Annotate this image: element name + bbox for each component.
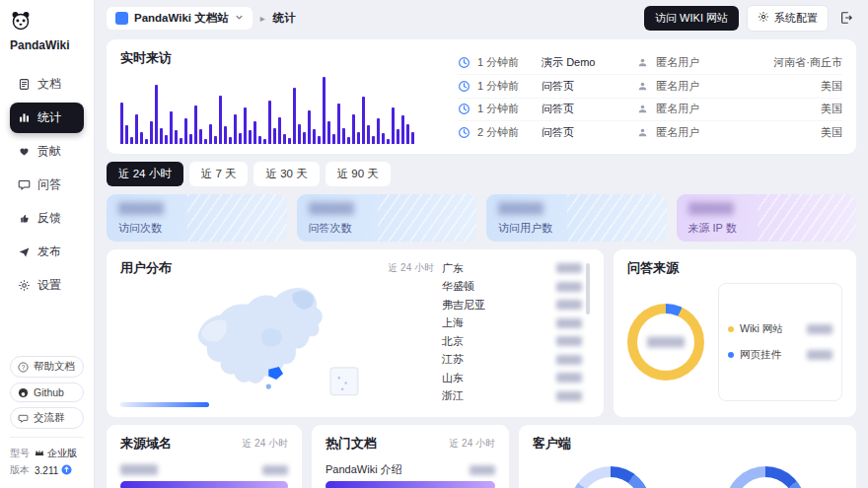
sidebar-item-feedback[interactable]: 反馈 — [10, 203, 84, 234]
hot-doc-name[interactable]: PandaWiki 介绍 — [326, 462, 402, 477]
domain-count-blurred — [262, 465, 288, 475]
region-value-blurred — [556, 318, 582, 328]
qa-source-card: 问答来源 Wiki 网站网页挂件 — [614, 249, 856, 417]
chart-bar — [253, 121, 256, 144]
system-config-label: 系统配置 — [774, 11, 818, 26]
sidebar-item-label: 统计 — [37, 109, 61, 126]
chart-bar — [135, 114, 138, 144]
region-name: 山东 — [442, 371, 464, 385]
sidebar-link-label: Github — [34, 386, 64, 398]
sidebar-item-doc[interactable]: 文档 — [10, 69, 84, 100]
time-filter-tab-0[interactable]: 近 24 小时 — [107, 162, 183, 186]
chart-bar — [298, 124, 301, 144]
sidebar-item-settings[interactable]: 设置 — [10, 270, 84, 301]
chart-bar — [372, 136, 375, 144]
chart-bar — [313, 129, 316, 144]
chart-bar — [397, 129, 399, 144]
sidebar-link-help[interactable]: ?帮助文档 — [10, 356, 84, 378]
system-config-button[interactable]: 系统配置 — [747, 5, 829, 32]
sidebar-link-github[interactable]: Github — [10, 383, 84, 402]
time-filter-tab-1[interactable]: 近 7 天 — [189, 162, 249, 186]
topbar: PandaWiki 文档站 ▸ 统计 访问 WIKI 网站 系统配置 — [95, 0, 868, 35]
update-icon[interactable] — [61, 464, 72, 477]
publish-icon — [18, 245, 32, 259]
region-value-blurred — [556, 336, 582, 346]
region-row: 上海 — [442, 314, 582, 333]
bottom-row: 来源域名 近 24 小时 热门文档 近 24 小时 — [107, 425, 856, 488]
sidebar-link-group[interactable]: 交流群 — [10, 407, 84, 429]
region-row: 弗吉尼亚 — [442, 296, 582, 314]
visit-time: 1 分钟前 — [477, 55, 535, 70]
app-root: PandaWiki 文档统计贡献问答反馈发布设置 ?帮助文档Github交流群 … — [0, 0, 868, 488]
clock-icon — [458, 56, 470, 69]
region-row: 北京 — [442, 332, 582, 351]
visit-page-link[interactable]: 问答页 — [542, 102, 630, 116]
chart-bar — [234, 114, 237, 144]
chart-bar — [293, 88, 296, 144]
visit-row: 1 分钟前问答页匿名用户美国 — [458, 99, 842, 122]
visit-location: 美国 — [734, 79, 842, 94]
visit-location: 河南省·商丘市 — [734, 55, 842, 70]
app-logo: PandaWiki — [10, 10, 84, 52]
sidebar: PandaWiki 文档统计贡献问答反馈发布设置 ?帮助文档Github交流群 … — [0, 0, 95, 488]
chart-bar — [323, 77, 326, 144]
time-filter-tab-3[interactable]: 近 90 天 — [326, 162, 391, 186]
sidebar-footer: ?帮助文档Github交流群 型号 企业版 版本 3.211 — [10, 351, 84, 480]
sidebar-item-contrib[interactable]: 贡献 — [10, 136, 84, 167]
stat-label: 访问次数 — [118, 221, 275, 236]
visit-time: 2 分钟前 — [477, 125, 535, 140]
logout-icon[interactable] — [836, 8, 856, 28]
region-name: 江苏 — [442, 352, 464, 367]
legend-dot — [728, 352, 734, 358]
realtime-bar-chart — [120, 77, 438, 144]
chart-bar — [219, 96, 222, 144]
site-switcher[interactable]: PandaWiki 文档站 — [107, 7, 253, 30]
visit-location: 美国 — [734, 125, 842, 140]
chart-bar — [303, 132, 306, 144]
region-row: 广东 — [442, 259, 582, 278]
clock-icon — [458, 80, 470, 93]
hot-docs-time-label: 近 24 小时 — [449, 437, 495, 451]
chart-bar — [332, 134, 335, 144]
model-label: 型号 — [10, 447, 30, 460]
user-distribution-title: 用户分布 — [120, 259, 172, 277]
region-list-scrollbar[interactable] — [586, 263, 590, 314]
visit-page-link[interactable]: 演示 Demo — [542, 55, 630, 70]
middle-row: 用户分布 近 24 小时 — [107, 249, 856, 417]
chart-bar — [263, 139, 266, 144]
sidebar-link-label: 帮助文档 — [34, 360, 75, 374]
region-value-blurred — [556, 300, 582, 310]
sidebar-item-stats[interactable]: 统计 — [10, 103, 84, 133]
time-filter-tab-2[interactable]: 近 30 天 — [253, 162, 319, 186]
chart-bar — [229, 137, 232, 144]
legend-label: Wiki 网站 — [740, 322, 801, 336]
model-value: 企业版 — [47, 447, 77, 460]
sidebar-item-qa[interactable]: 问答 — [10, 170, 84, 200]
chart-bar — [288, 138, 291, 144]
chart-bar — [283, 134, 286, 144]
region-value-blurred — [556, 282, 582, 292]
settings-icon — [18, 279, 32, 293]
group-icon — [18, 413, 29, 424]
visit-page-link[interactable]: 问答页 — [542, 79, 630, 94]
chart-bar — [199, 129, 202, 144]
panda-logo-icon — [10, 21, 32, 35]
chart-bar — [244, 107, 247, 144]
doc-icon — [18, 78, 32, 92]
region-name: 弗吉尼亚 — [442, 298, 485, 313]
sidebar-nav: 文档统计贡献问答反馈发布设置 — [10, 66, 84, 304]
chart-bar — [342, 128, 345, 144]
chart-bar — [150, 121, 153, 144]
visit-user: 匿名用户 — [656, 55, 727, 70]
visit-page-link[interactable]: 问答页 — [542, 125, 630, 140]
qa-legend-item: 网页挂件 — [728, 348, 832, 362]
chart-bar — [165, 135, 168, 144]
chart-bar — [214, 136, 217, 144]
sidebar-item-publish[interactable]: 发布 — [10, 237, 84, 267]
chart-bar — [318, 136, 321, 144]
chart-bar — [406, 124, 409, 144]
visit-wiki-button[interactable]: 访问 WIKI 网站 — [644, 6, 739, 31]
hot-doc-bar — [326, 481, 495, 488]
stat-label: 来源 IP 数 — [688, 221, 845, 236]
chart-bar — [125, 125, 128, 144]
